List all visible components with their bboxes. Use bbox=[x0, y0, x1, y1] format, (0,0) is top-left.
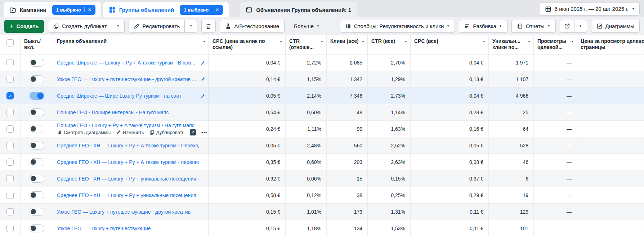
column-header-ctr_link[interactable]: CTR(отноше...▼ bbox=[286, 35, 327, 54]
ad-set-status-toggle[interactable] bbox=[30, 125, 44, 133]
sort-caret-icon[interactable]: ▼ bbox=[483, 40, 486, 43]
sort-caret-icon[interactable]: ▼ bbox=[404, 40, 407, 43]
row-select-cell bbox=[0, 220, 21, 236]
ad-set-name-link[interactable]: Узкое ГЕО — Luxury + путешествующие - др… bbox=[57, 209, 191, 215]
ad-set-status-toggle[interactable] bbox=[30, 59, 44, 67]
ad-set-status-toggle[interactable] bbox=[30, 158, 44, 166]
tab-campaigns[interactable]: Кампании 1 выбрано ✕ bbox=[4, 2, 101, 17]
date-range-picker[interactable]: 6 июн 2025 г. — 20 авг 2025 г. ▼ bbox=[540, 2, 640, 15]
cell-unique_clicks: 528 bbox=[489, 137, 534, 153]
clear-ad-set-selection-icon[interactable]: ✕ bbox=[215, 7, 219, 12]
ad-set-status-toggle[interactable] bbox=[30, 142, 44, 150]
ad-set-status-toggle[interactable] bbox=[30, 108, 44, 116]
table-row: Средне-Широкое — Luxury + Ру + А также т… bbox=[0, 54, 644, 71]
delete-button[interactable] bbox=[201, 20, 216, 33]
row-checkbox[interactable] bbox=[6, 59, 14, 66]
duplicate-dropdown-button[interactable]: ▼ bbox=[112, 20, 124, 32]
ad-set-status-toggle[interactable] bbox=[30, 75, 44, 83]
row-checkbox[interactable] bbox=[6, 192, 14, 199]
sort-caret-icon[interactable]: ▼ bbox=[321, 40, 323, 43]
column-header-label: Выкл./ bbox=[24, 38, 46, 44]
sort-caret-icon[interactable]: ▼ bbox=[362, 40, 365, 43]
cell-clicks_all: 560 bbox=[327, 137, 368, 153]
column-header-unique_clicks[interactable]: Уникальн...клики по...▼ bbox=[489, 35, 534, 54]
column-header-cost_per_lp_view: Цена за просмотр целевойстраницы bbox=[577, 35, 644, 54]
ad-set-status-toggle[interactable] bbox=[30, 92, 44, 100]
row-checkbox[interactable] bbox=[6, 109, 14, 116]
cell-cost_per_lp_view bbox=[577, 220, 644, 236]
export-dropdown-button[interactable]: ▼ bbox=[574, 20, 587, 32]
cell-cost_per_lp_view bbox=[577, 187, 644, 203]
cell-cpc_link: 0,92 € bbox=[209, 170, 286, 187]
sort-caret-icon[interactable]: ▼ bbox=[571, 40, 574, 43]
row-checkbox[interactable] bbox=[6, 225, 14, 232]
cell-cost_per_lp_view bbox=[577, 54, 644, 71]
clear-campaign-selection-icon[interactable]: ✕ bbox=[88, 7, 91, 12]
more-button[interactable]: Больше ▼ bbox=[289, 20, 325, 33]
ad-set-name-cell: Пошире ГЕО - Luxury + Ру + А также туриз… bbox=[53, 121, 209, 137]
cell-lp_views: — bbox=[534, 170, 577, 187]
charts-button[interactable]: Диаграммы bbox=[591, 20, 640, 33]
cell-ctr_all: 0,25% bbox=[368, 187, 411, 203]
columns-button[interactable]: Столбцы: Результативность и клики ▼ bbox=[340, 20, 455, 33]
sort-caret-icon[interactable]: ▼ bbox=[528, 40, 531, 43]
row-select-cell bbox=[0, 170, 21, 187]
export-button[interactable] bbox=[560, 20, 574, 32]
row-checkbox[interactable] bbox=[6, 76, 14, 83]
ad-set-status-toggle[interactable] bbox=[30, 224, 44, 232]
ad-set-name-link[interactable]: Пошире ГЕО - Luxury + Ру + А также туриз… bbox=[57, 123, 194, 128]
cell-cpc_all: 0,08 € bbox=[411, 154, 489, 170]
edit-button[interactable]: Редактировать bbox=[129, 20, 185, 32]
row-checkbox[interactable] bbox=[6, 92, 14, 99]
ad-set-name-link[interactable]: Среднее ГЕО - ХН — Luxury + Ру + уникаль… bbox=[57, 192, 196, 198]
column-header-clicks_all[interactable]: Клики (все)▼ bbox=[327, 35, 368, 54]
ab-test-button[interactable]: A/B-тестирование bbox=[220, 20, 285, 33]
toggle-knob bbox=[31, 126, 36, 132]
ad-set-name-link[interactable]: Узкое ГЕО — Luxury + путешествующие - др… bbox=[57, 76, 196, 82]
pin-icon bbox=[200, 76, 205, 82]
cell-cost_per_lp_view bbox=[577, 121, 644, 137]
sort-caret-icon[interactable]: ▼ bbox=[203, 40, 206, 43]
row-select-cell bbox=[0, 88, 21, 104]
ad-set-name-link[interactable]: Среднее ГЕО - ХН — Luxury + Ру + А также… bbox=[57, 143, 199, 148]
ad-set-status-toggle[interactable] bbox=[30, 175, 44, 183]
ad-set-name-cell: Средне-Широкое — Luxury + Ру + А также т… bbox=[53, 54, 209, 71]
toggle-knob bbox=[31, 209, 36, 214]
open-charts-icon[interactable] bbox=[190, 129, 196, 135]
edit-action[interactable]: Изменить bbox=[116, 130, 144, 135]
select-all-checkbox[interactable] bbox=[6, 39, 14, 46]
table-row: Пошире ГЕО - Пошире интересы - На гугл м… bbox=[0, 104, 644, 121]
tab-ad-sets[interactable]: Группы объявлений 1 выбрано ✕ bbox=[103, 2, 229, 17]
view-charts-action[interactable]: Смотреть диаграммы bbox=[57, 130, 111, 135]
ad-set-name-link[interactable]: Среднее ГЕО - ХН — Luxury + Ру + А также… bbox=[57, 159, 199, 165]
tab-ads[interactable]: Объявления Группа объявлений: 1 bbox=[240, 2, 357, 17]
chevron-down-icon: ▼ bbox=[632, 8, 635, 10]
column-header-name[interactable]: Группа объявлений▼ bbox=[53, 35, 209, 54]
ad-set-name-link[interactable]: Узкое ГЕО — Luxury + путешествующие bbox=[57, 226, 151, 231]
ad-set-name-link[interactable]: Средне-Широкое — Luxury + Ру + А также т… bbox=[57, 60, 195, 66]
duplicate-button[interactable]: Создать дубликат bbox=[48, 20, 111, 32]
reports-button[interactable]: Отчеты ▼ bbox=[511, 20, 556, 33]
breakdown-button[interactable]: Разбивка ▼ bbox=[459, 20, 507, 33]
row-checkbox[interactable] bbox=[6, 208, 14, 215]
ad-set-status-toggle[interactable] bbox=[30, 208, 44, 216]
more-actions-button[interactable]: ••• bbox=[201, 130, 207, 135]
ad-set-name-link[interactable]: Средне-Широкое — Шире Luxury Ру туризм -… bbox=[57, 93, 182, 99]
column-header-lp_views[interactable]: Просмотрыцелевой...▼ bbox=[534, 35, 577, 54]
ad-set-name-link[interactable]: Среднее ГЕО - ХН — Luxury + Ру + уникаль… bbox=[57, 176, 199, 182]
sort-caret-icon[interactable]: ▼ bbox=[279, 40, 282, 43]
duplicate-action[interactable]: Дублировать bbox=[149, 130, 184, 135]
ad-set-name-link[interactable]: Пошире ГЕО - Пошире интересы - На гугл м… bbox=[57, 110, 169, 115]
create-button[interactable]: + Создать bbox=[4, 20, 44, 33]
ad-set-status-toggle[interactable] bbox=[30, 191, 44, 199]
row-checkbox[interactable] bbox=[6, 175, 14, 182]
column-header-label: страницы bbox=[581, 44, 636, 50]
row-checkbox[interactable] bbox=[6, 125, 14, 133]
column-header-cpc_link[interactable]: CPC (цена за клик поссылке)▼ bbox=[209, 35, 286, 54]
row-checkbox[interactable] bbox=[6, 142, 14, 149]
row-toggle-cell bbox=[21, 220, 53, 236]
edit-dropdown-button[interactable]: ▼ bbox=[184, 20, 197, 32]
column-header-cpc_all[interactable]: CPC (все)▼ bbox=[411, 35, 489, 54]
column-header-ctr_all[interactable]: CTR (все)▼ bbox=[368, 35, 411, 54]
row-checkbox[interactable] bbox=[6, 159, 14, 166]
